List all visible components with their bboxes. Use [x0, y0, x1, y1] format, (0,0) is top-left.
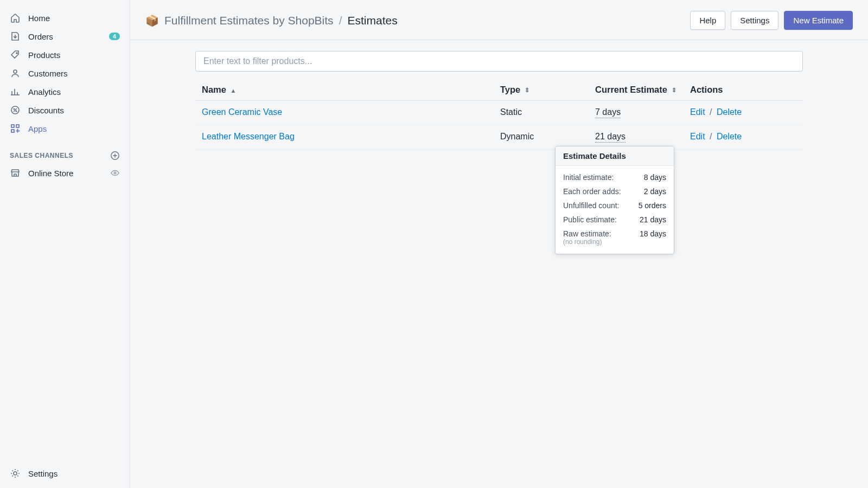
sidebar-item-label: Settings: [28, 469, 58, 478]
breadcrumb-page: Estimates: [347, 14, 397, 27]
filter-products-input[interactable]: [195, 51, 803, 72]
home-icon: [10, 12, 21, 23]
tooltip-row: Each order adds: 2 days: [563, 184, 666, 198]
type-cell: Static: [494, 101, 589, 125]
breadcrumb-app[interactable]: Fulfillment Estimates by ShopBits: [164, 14, 334, 27]
sidebar-item-label: Discounts: [28, 106, 64, 115]
breadcrumb-sep: /: [339, 14, 342, 27]
sort-neutral-icon: ⇕: [672, 87, 676, 93]
product-name-link[interactable]: Leather Messenger Bag: [202, 132, 295, 141]
svg-point-0: [16, 53, 17, 54]
action-sep: /: [710, 107, 712, 117]
preview-store-button[interactable]: [110, 168, 120, 178]
svg-point-3: [14, 108, 15, 110]
package-icon: 📦: [145, 14, 159, 27]
sidebar-item-settings[interactable]: Settings: [4, 464, 125, 483]
channel-online-store[interactable]: Online Store: [0, 164, 130, 182]
page-header: 📦 Fulfillment Estimates by ShopBits / Es…: [130, 0, 868, 40]
svg-rect-5: [11, 125, 14, 127]
sidebar-section-sales-channels: SALES CHANNELS: [0, 141, 130, 164]
sidebar-item-analytics[interactable]: Analytics: [4, 82, 125, 101]
action-sep: /: [710, 132, 712, 141]
gear-icon: [10, 468, 21, 479]
sidebar-item-apps[interactable]: Apps: [4, 119, 125, 138]
column-header-name[interactable]: Name ▲: [195, 79, 494, 101]
estimate-cell[interactable]: 21 days: [595, 132, 626, 143]
sidebar-item-label: Customers: [28, 69, 68, 78]
new-estimate-button[interactable]: New Estimate: [784, 11, 853, 30]
tooltip-row: Unfulfilled count: 5 orders: [563, 198, 666, 213]
tooltip-title: Estimate Details: [556, 146, 674, 166]
edit-link[interactable]: Edit: [690, 132, 705, 141]
svg-rect-7: [11, 130, 14, 132]
bar-chart-icon: [10, 86, 21, 97]
estimates-table: Name ▲ Type ⇕ Current Estimate ⇕: [195, 79, 803, 150]
estimate-cell[interactable]: 7 days: [595, 107, 621, 118]
tooltip-row: Raw estimate: (no rounding) 18 days: [563, 227, 666, 248]
estimate-tooltip: Estimate Details Initial estimate: 8 day…: [555, 146, 674, 254]
apps-icon: [10, 123, 21, 134]
sidebar-item-products[interactable]: Products: [4, 46, 125, 64]
svg-point-1: [14, 70, 17, 73]
svg-rect-6: [16, 125, 19, 127]
user-icon: [10, 68, 21, 79]
tooltip-row: Initial estimate: 8 days: [563, 170, 666, 184]
channel-label: Online Store: [28, 169, 73, 178]
sidebar-item-label: Orders: [28, 32, 53, 41]
svg-point-4: [16, 111, 17, 112]
sort-asc-icon: ▲: [231, 87, 237, 94]
inbox-icon: [10, 31, 21, 42]
column-header-type[interactable]: Type ⇕: [494, 79, 589, 101]
help-button[interactable]: Help: [690, 11, 725, 30]
sidebar-item-label: Home: [28, 14, 50, 23]
sidebar-item-customers[interactable]: Customers: [4, 64, 125, 82]
sidebar-item-label: Analytics: [28, 87, 61, 97]
sidebar-item-label: Apps: [28, 124, 47, 133]
settings-button[interactable]: Settings: [731, 11, 778, 30]
tooltip-row: Public estimate: 21 days: [563, 213, 666, 227]
store-icon: [10, 168, 21, 178]
orders-badge: 4: [109, 33, 120, 40]
column-header-estimate[interactable]: Current Estimate ⇕: [589, 79, 684, 101]
table-row: Leather Messenger Bag Dynamic 21 days Es…: [195, 125, 803, 150]
product-name-link[interactable]: Green Ceramic Vase: [202, 107, 282, 117]
main-content: 📦 Fulfillment Estimates by ShopBits / Es…: [130, 0, 868, 488]
svg-point-9: [114, 172, 116, 174]
svg-point-10: [14, 472, 17, 475]
sidebar: Home Orders 4 Products Customers: [0, 0, 130, 488]
sidebar-section-label: SALES CHANNELS: [10, 152, 73, 159]
tag-icon: [10, 49, 21, 60]
sidebar-item-orders[interactable]: Orders 4: [4, 27, 125, 46]
header-actions: Help Settings New Estimate: [690, 11, 853, 30]
delete-link[interactable]: Delete: [717, 107, 742, 117]
discount-icon: [10, 105, 21, 115]
sort-neutral-icon: ⇕: [525, 87, 529, 93]
delete-link[interactable]: Delete: [717, 132, 742, 141]
sidebar-item-label: Products: [28, 50, 60, 60]
edit-link[interactable]: Edit: [690, 107, 705, 117]
sidebar-item-home[interactable]: Home: [4, 9, 125, 27]
column-header-actions: Actions: [684, 79, 803, 101]
table-row: Green Ceramic Vase Static 7 days Edit / …: [195, 101, 803, 125]
sidebar-item-discounts[interactable]: Discounts: [4, 101, 125, 119]
breadcrumb: 📦 Fulfillment Estimates by ShopBits / Es…: [145, 14, 398, 27]
add-channel-button[interactable]: [110, 151, 120, 160]
